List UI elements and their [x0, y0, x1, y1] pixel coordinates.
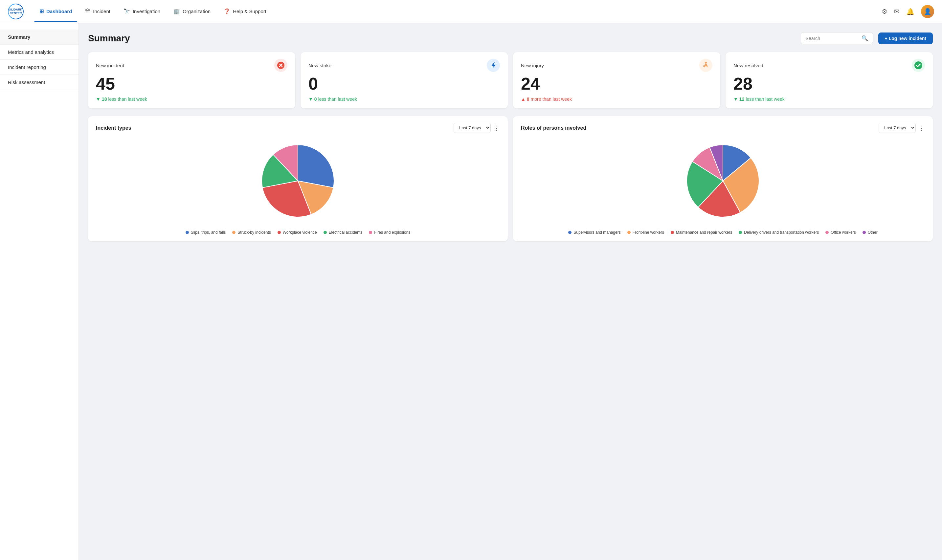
down-arrow-icon: ▼ [96, 97, 100, 102]
incident-types-legend: Slips, trips, and fallsStruck-by inciden… [186, 230, 410, 235]
stat-header-strike: New strike [308, 59, 500, 72]
strike-stat-icon [487, 59, 500, 72]
legend-item: Other [862, 230, 877, 235]
sidebar-item-risk[interactable]: Risk assessment [0, 75, 79, 90]
nav-links: ⊞ Dashboard 🏛 Incident 🔭 Investigation 🏢… [34, 6, 882, 17]
stat-value-incident: 45 [96, 74, 287, 93]
stat-label-injury: New injury [521, 63, 544, 68]
nav-item-organization[interactable]: 🏢 Organization [168, 6, 216, 17]
stat-card-injury: New injury 24 ▲ 8 more than last week [513, 52, 720, 108]
stat-card-strike: New strike 0 ▼ 0 less than last week [301, 52, 508, 108]
main-layout: Summary Metrics and analytics Incident r… [0, 23, 942, 560]
stat-change-resolved: ▼ 12 less than last week [734, 97, 925, 102]
incident-types-dropdown[interactable]: Last 7 days [453, 123, 491, 133]
legend-item: Electrical accidents [324, 230, 362, 235]
legend-item: Struck-by incidents [232, 230, 271, 235]
sidebar-label-summary: Summary [8, 34, 30, 40]
person-injury-icon [702, 62, 710, 69]
logo-text: SOLIDARITY CENTER [8, 8, 24, 15]
sidebar-label-risk: Risk assessment [8, 80, 45, 85]
nav-label-help: Help & Support [233, 9, 267, 14]
incident-types-header: Incident types Last 7 days ⋮ [96, 123, 500, 133]
injury-stat-icon [699, 59, 712, 72]
incident-icon: 🏛 [85, 9, 90, 14]
stat-value-resolved: 28 [734, 74, 925, 93]
page-title: Summary [88, 33, 130, 44]
nav-item-investigation[interactable]: 🔭 Investigation [118, 6, 165, 17]
legend-item: Office workers [825, 230, 856, 235]
main-content: Summary 🔍 + Log new incident New inciden… [79, 23, 942, 560]
mail-icon[interactable]: ✉ [894, 8, 900, 15]
stat-card-resolved: New resolved 28 ▼ 12 less than last week [726, 52, 933, 108]
user-avatar[interactable]: 👤 [921, 5, 934, 18]
stat-label-strike: New strike [308, 63, 331, 68]
incident-types-title: Incident types [96, 125, 131, 131]
stat-change-text-incident: less than last week [108, 97, 147, 102]
help-icon: ❓ [224, 8, 230, 14]
log-incident-button[interactable]: + Log new incident [878, 32, 933, 44]
legend-item: Fires and explosions [369, 230, 410, 235]
incident-types-more-button[interactable]: ⋮ [493, 124, 500, 132]
organization-icon: 🏢 [173, 8, 180, 14]
charts-grid: Incident types Last 7 days ⋮ Slips, trip… [88, 116, 933, 241]
sidebar: Summary Metrics and analytics Incident r… [0, 23, 79, 560]
sidebar-item-summary[interactable]: Summary [0, 29, 79, 45]
page-header: Summary 🔍 + Log new incident [88, 32, 933, 44]
roles-legend: Supervisors and managersFront-line worke… [568, 230, 877, 235]
roles-chart: Roles of persons involved Last 7 days ⋮ … [513, 116, 933, 241]
search-input[interactable] [806, 36, 859, 41]
incident-stat-icon [274, 59, 287, 72]
search-box[interactable]: 🔍 [801, 32, 873, 44]
nav-item-dashboard[interactable]: ⊞ Dashboard [34, 6, 77, 17]
nav-label-organization: Organization [183, 9, 211, 14]
avatar-image: 👤 [921, 5, 934, 18]
stat-label-resolved: New resolved [734, 63, 763, 68]
dashboard-icon: ⊞ [39, 8, 44, 14]
incident-types-pie-wrapper: Slips, trips, and fallsStruck-by inciden… [96, 138, 500, 235]
legend-item: Slips, trips, and falls [186, 230, 226, 235]
x-circle-icon [277, 62, 284, 69]
logo[interactable]: SOLIDARITY CENTER [8, 4, 24, 19]
nav-label-investigation: Investigation [133, 9, 160, 14]
stat-change-strike: ▼ 0 less than last week [308, 97, 500, 102]
roles-title: Roles of persons involved [521, 125, 586, 131]
roles-header: Roles of persons involved Last 7 days ⋮ [521, 123, 925, 133]
resolved-stat-icon [912, 59, 925, 72]
incident-types-chart: Incident types Last 7 days ⋮ Slips, trip… [88, 116, 508, 241]
stat-header-incident: New incident [96, 59, 287, 72]
sidebar-label-reporting: Incident reporting [8, 64, 46, 70]
stat-card-incident: New incident 45 ▼ 18 less than last week [88, 52, 295, 108]
stat-value-injury: 24 [521, 74, 712, 93]
sidebar-label-metrics: Metrics and analytics [8, 49, 54, 55]
stats-grid: New incident 45 ▼ 18 less than last week [88, 52, 933, 108]
nav-label-dashboard: Dashboard [46, 9, 72, 14]
incident-types-controls: Last 7 days ⋮ [453, 123, 500, 133]
sidebar-item-reporting[interactable]: Incident reporting [0, 60, 79, 75]
settings-icon[interactable]: ⚙ [882, 8, 888, 15]
stat-change-injury: ▲ 8 more than last week [521, 97, 712, 102]
stat-value-strike: 0 [308, 74, 500, 93]
lightning-icon [490, 62, 497, 69]
roles-pie [680, 138, 766, 223]
sidebar-item-metrics[interactable]: Metrics and analytics [0, 45, 79, 60]
roles-dropdown[interactable]: Last 7 days [879, 123, 916, 133]
check-circle-icon [914, 62, 922, 69]
stat-header-resolved: New resolved [734, 59, 925, 72]
header-actions: 🔍 + Log new incident [801, 32, 933, 44]
stat-change-text-injury: more than last week [531, 97, 572, 102]
stat-change-value-injury: 8 [527, 97, 529, 102]
roles-controls: Last 7 days ⋮ [879, 123, 925, 133]
down-arrow-icon-resolved: ▼ [734, 97, 738, 102]
logo-circle: SOLIDARITY CENTER [8, 4, 24, 19]
stat-change-text-strike: less than last week [318, 97, 357, 102]
top-navigation: SOLIDARITY CENTER ⊞ Dashboard 🏛 Incident… [0, 0, 942, 23]
nav-item-incident[interactable]: 🏛 Incident [80, 6, 116, 17]
roles-pie-wrapper: Supervisors and managersFront-line worke… [521, 138, 925, 235]
nav-item-help[interactable]: ❓ Help & Support [219, 6, 271, 17]
roles-more-button[interactable]: ⋮ [918, 124, 925, 132]
bell-icon[interactable]: 🔔 [906, 8, 914, 15]
stat-header-injury: New injury [521, 59, 712, 72]
legend-item: Front-line workers [627, 230, 664, 235]
stat-change-text-resolved: less than last week [746, 97, 784, 102]
legend-item: Supervisors and managers [568, 230, 620, 235]
